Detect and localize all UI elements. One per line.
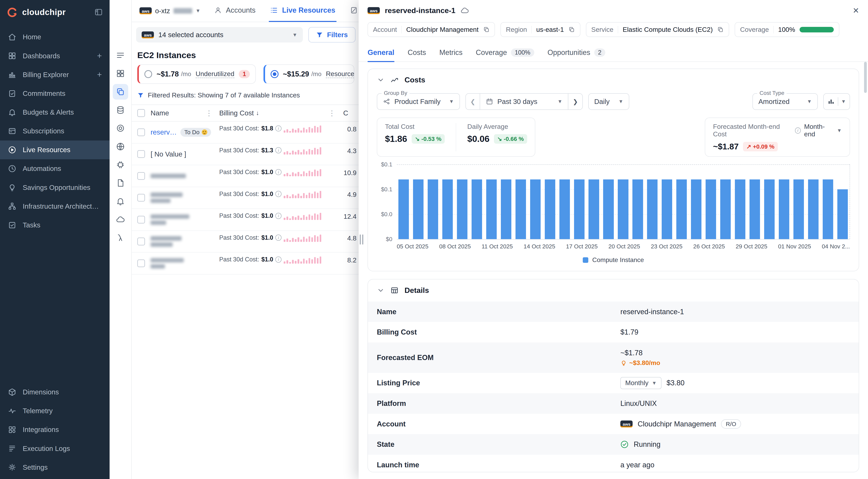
chart-legend[interactable]: Compute Instance bbox=[377, 250, 850, 271]
group-by-select[interactable]: Group By Product Family ▼ bbox=[377, 93, 460, 110]
copy-icon[interactable] bbox=[717, 26, 724, 33]
row-checkbox[interactable] bbox=[137, 172, 145, 180]
next-period-button[interactable]: ❯ bbox=[568, 93, 583, 110]
row-checkbox[interactable] bbox=[137, 238, 145, 245]
drawer-tab[interactable]: Costs bbox=[408, 44, 426, 62]
sidebar-item[interactable]: Home bbox=[0, 28, 110, 46]
sidebar-item[interactable]: Telemetry bbox=[0, 402, 110, 420]
rail-doc-icon[interactable] bbox=[113, 175, 128, 191]
info-icon[interactable]: i bbox=[275, 169, 281, 175]
x-tick-label: 01 Nov 2025 bbox=[778, 243, 811, 250]
details-section-header[interactable]: Details bbox=[368, 279, 859, 302]
info-icon[interactable]: i bbox=[275, 256, 281, 263]
info-icon[interactable]: i bbox=[275, 147, 281, 153]
info-icon[interactable]: i bbox=[275, 235, 281, 241]
drawer-tab[interactable]: Opportunities 2 bbox=[548, 44, 605, 62]
column-billing-cost[interactable]: Billing Cost ↓ ⋮ bbox=[213, 109, 336, 117]
sidebar-collapse-icon[interactable] bbox=[94, 8, 103, 16]
x-tick-label: 11 Oct 2025 bbox=[482, 243, 513, 250]
drawer-tab[interactable]: General bbox=[368, 44, 394, 62]
granularity-select[interactable]: Daily ▼ bbox=[588, 93, 629, 110]
sidebar-item[interactable]: Commitments bbox=[0, 84, 110, 103]
table-row[interactable]: Past 30d Cost: $1.0 i 4.8 bbox=[132, 231, 360, 253]
table-row[interactable]: Past 30d Cost: $1.0 i 4.9 bbox=[132, 187, 360, 209]
todo-badge[interactable]: To Do bbox=[180, 128, 211, 137]
ec2-table: Name ⋮ Billing Cost ↓ ⋮ C reserved-inst bbox=[132, 105, 360, 274]
rail-bell-icon[interactable] bbox=[113, 194, 128, 209]
table-row[interactable]: Past 30d Cost: $1.0 i 8.2 bbox=[132, 252, 360, 274]
sidebar-item[interactable]: Infrastructure Architecture bbox=[0, 197, 110, 215]
listing-period-select[interactable]: Monthly ▼ bbox=[620, 377, 661, 389]
cost-sparkline bbox=[284, 191, 321, 198]
sidebar-item[interactable]: Execution Logs bbox=[0, 439, 110, 458]
column-more[interactable]: C bbox=[336, 109, 360, 117]
column-name[interactable]: Name ⋮ bbox=[151, 109, 212, 117]
sidebar-item[interactable]: Dashboards + bbox=[0, 46, 110, 65]
info-icon[interactable]: i bbox=[795, 128, 801, 134]
rail-lambda-icon[interactable] bbox=[113, 230, 128, 245]
accounts-selector[interactable]: aws 14 selected accounts ▼ bbox=[136, 27, 303, 42]
copy-icon[interactable] bbox=[568, 26, 575, 33]
row-checkbox[interactable] bbox=[137, 194, 145, 202]
sidebar-item[interactable]: Live Resources bbox=[0, 140, 110, 159]
column-menu-icon[interactable]: ⋮ bbox=[205, 109, 212, 117]
plus-icon[interactable]: + bbox=[97, 71, 102, 79]
drawer-tab[interactable]: Metrics bbox=[439, 44, 463, 62]
sidebar-item[interactable]: Tasks bbox=[0, 215, 110, 234]
savings-opportunity[interactable]: ~$3.80/mo bbox=[620, 359, 660, 367]
table-row[interactable]: [ No Value ] Past 30d Cost: $1.3 i 4.3 bbox=[132, 143, 360, 165]
rail-menu-icon[interactable] bbox=[113, 47, 128, 63]
select-all-checkbox[interactable] bbox=[137, 109, 145, 117]
costs-section-header[interactable]: Costs bbox=[368, 69, 859, 91]
sidebar-item[interactable]: Automations bbox=[0, 159, 110, 178]
sidebar-item[interactable]: Savings Opportunities bbox=[0, 178, 110, 197]
chevron-down-icon[interactable] bbox=[377, 286, 384, 294]
rail-globe-icon[interactable] bbox=[113, 139, 128, 154]
row-checkbox[interactable] bbox=[137, 216, 145, 224]
rail-grid-icon[interactable] bbox=[113, 66, 128, 81]
top-tab[interactable]: Live Resources bbox=[269, 0, 337, 22]
date-range-select[interactable]: Past 30 days ▼ bbox=[480, 93, 568, 110]
sidebar-item[interactable]: Integrations bbox=[0, 420, 110, 439]
sidebar-item[interactable]: Dimensions bbox=[0, 383, 110, 402]
resource-link[interactable]: reserved-instance-1 bbox=[151, 128, 178, 136]
rail-cloud-icon[interactable] bbox=[113, 212, 128, 227]
prev-period-button[interactable]: ❮ bbox=[465, 93, 480, 110]
date-range-picker: ❮ Past 30 days ▼ ❯ bbox=[465, 93, 583, 110]
info-icon[interactable]: i bbox=[275, 126, 281, 132]
rail-volumes-icon[interactable] bbox=[113, 102, 128, 118]
drawer-scrollbar[interactable] bbox=[864, 62, 867, 93]
chart-type-button[interactable]: ▼ bbox=[823, 93, 850, 110]
column-menu-icon[interactable]: ⋮ bbox=[328, 109, 335, 117]
row-checkbox[interactable] bbox=[137, 129, 145, 136]
copy-icon[interactable] bbox=[483, 26, 490, 33]
sidebar-item[interactable]: Subscriptions bbox=[0, 122, 110, 140]
org-selector[interactable]: aws o-xtz ▼ bbox=[140, 7, 200, 15]
sidebar-item[interactable]: Settings bbox=[0, 458, 110, 477]
sidebar-item[interactable]: Billing Explorer + bbox=[0, 65, 110, 84]
row-checkbox[interactable] bbox=[137, 260, 145, 267]
row-checkbox[interactable] bbox=[137, 150, 145, 158]
cost-bar bbox=[428, 179, 438, 239]
rail-chip-icon[interactable] bbox=[113, 157, 128, 172]
info-icon[interactable]: i bbox=[275, 213, 281, 219]
top-tab[interactable]: Accounts bbox=[213, 0, 256, 22]
drawer-tab[interactable]: Coverage 100% bbox=[476, 44, 534, 62]
forecast-period-select[interactable]: Month-end ▼ bbox=[804, 123, 842, 138]
close-icon[interactable]: ✕ bbox=[852, 7, 859, 14]
sidebar-item[interactable]: Budgets & Alerts bbox=[0, 103, 110, 122]
listtab-icon bbox=[270, 6, 278, 14]
rail-target-icon[interactable] bbox=[113, 121, 128, 136]
table-row[interactable]: reserved-instance-1 To Do Past 30d Cost:… bbox=[132, 122, 360, 143]
rail-instances-icon[interactable] bbox=[113, 84, 128, 99]
table-row[interactable]: Past 30d Cost: $1.0 i 10.9 bbox=[132, 165, 360, 187]
cost-type-select[interactable]: Cost Type Amortized ▼ bbox=[752, 93, 818, 110]
sort-desc-icon[interactable]: ↓ bbox=[256, 109, 259, 116]
drawer-resize-handle[interactable] bbox=[360, 235, 363, 244]
table-row[interactable]: Past 30d Cost: $1.0 i 12.4 bbox=[132, 209, 360, 231]
aws-icon: aws bbox=[620, 420, 632, 427]
chevron-down-icon[interactable] bbox=[377, 76, 384, 84]
filters-button[interactable]: Filters bbox=[308, 27, 355, 42]
plus-icon[interactable]: + bbox=[97, 52, 102, 60]
info-icon[interactable]: i bbox=[275, 191, 281, 197]
